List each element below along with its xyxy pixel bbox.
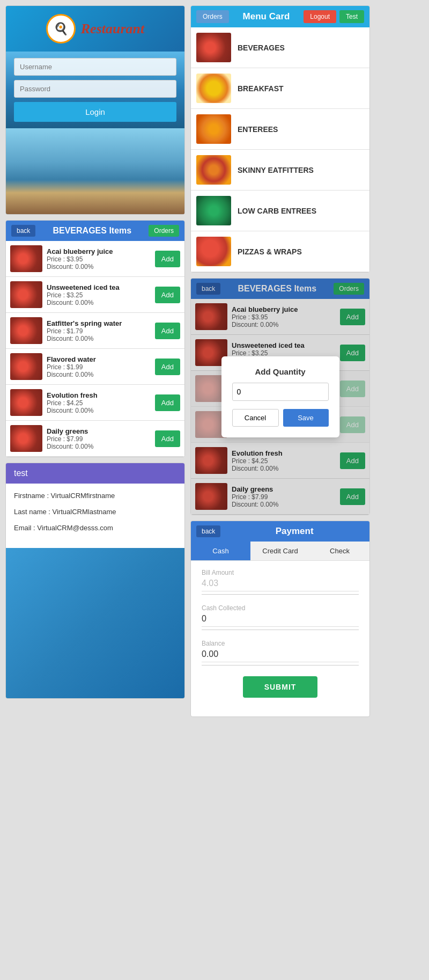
- item-info-1: Acai blueberry juice Price : $3.95 Disco…: [47, 247, 151, 270]
- login-panel: 🍳 Restaurant Login: [5, 5, 185, 215]
- test-header: test: [6, 463, 184, 484]
- item-discount-5: Discount: 0.00%: [47, 407, 151, 414]
- beverages-item-5: Evolution fresh Price : $4.25 Discount: …: [6, 385, 184, 421]
- item-discount-3: Discount: 0.00%: [47, 335, 151, 342]
- balance-label: Balance: [202, 640, 359, 647]
- category-pizza[interactable]: PIZZAS & WRAPS: [191, 231, 369, 272]
- chef-icon: 🍳: [54, 22, 68, 36]
- tab-check[interactable]: Check: [310, 542, 369, 560]
- item-price-3: Price : $1.79: [47, 327, 151, 335]
- payment-panel: back Payment Cash Credit Card Check Bill…: [190, 521, 370, 717]
- item-price-4: Price : $1.99: [47, 363, 151, 371]
- category-name-lowcarb: LOW CARB ENTREES: [238, 207, 316, 215]
- modal-buttons: Cancel Save: [232, 409, 329, 427]
- test-body: Firstname : VirtualCRMfirstname Last nam…: [6, 484, 184, 548]
- modal-save-button[interactable]: Save: [283, 409, 329, 427]
- firstname-field: Firstname : VirtualCRMfirstname: [14, 492, 176, 500]
- item-thumbnail-6: [10, 425, 42, 452]
- item-thumbnail-2: [10, 281, 42, 308]
- item-info-3: Eatfitter's spring water Price : $1.79 D…: [47, 319, 151, 342]
- cash-collected-field: Cash Collected 0: [202, 604, 359, 630]
- payment-body: Bill Amount 4.03 Cash Collected 0 Balanc…: [191, 561, 369, 716]
- item-thumbnail-3: [10, 317, 42, 344]
- beverages-item-6: Daily greens Price : $7.99 Discount: 0.0…: [6, 421, 184, 457]
- beverages-list-panel: back BEVERAGES Items Orders Acai blueber…: [5, 220, 185, 457]
- restaurant-logo: 🍳: [46, 14, 76, 43]
- modal-title: Add Quantity: [232, 367, 329, 376]
- add-button-5[interactable]: Add: [155, 394, 180, 411]
- modal-cancel-button[interactable]: Cancel: [232, 409, 279, 427]
- item-thumbnail-4: [10, 353, 42, 380]
- beverages-item-2: Unsweetened iced tea Price : $3.25 Disco…: [6, 277, 184, 313]
- username-input[interactable]: [14, 58, 176, 76]
- add-button-1[interactable]: Add: [155, 251, 180, 267]
- cash-collected-label: Cash Collected: [202, 604, 359, 612]
- test-panel: test Firstname : VirtualCRMfirstname Las…: [5, 463, 185, 699]
- modal-overlay: Add Quantity Cancel Save: [191, 279, 369, 515]
- item-name-5: Evolution fresh: [47, 391, 151, 399]
- add-button-6[interactable]: Add: [155, 430, 180, 447]
- item-info-2: Unsweetened iced tea Price : $3.25 Disco…: [47, 283, 151, 306]
- tab-cash[interactable]: Cash: [191, 542, 250, 560]
- payment-tabs: Cash Credit Card Check: [191, 542, 369, 561]
- item-name-3: Eatfitter's spring water: [47, 319, 151, 327]
- cash-collected-value: 0: [202, 614, 359, 627]
- item-discount-6: Discount: 0.00%: [47, 443, 151, 450]
- item-name-1: Acai blueberry juice: [47, 247, 151, 255]
- menu-card-header: Orders Menu Card Logout Test: [191, 6, 369, 27]
- category-thumb-entrees: [196, 114, 231, 144]
- category-name-skinny: SKINNY EATFITTERS: [238, 166, 314, 174]
- item-thumbnail-5: [10, 389, 42, 416]
- password-input[interactable]: [14, 80, 176, 98]
- balance-field: Balance 0.00: [202, 640, 359, 665]
- category-breakfast[interactable]: BREAKFAST: [191, 68, 369, 109]
- category-thumb-beverages: [196, 33, 231, 62]
- item-price-5: Price : $4.25: [47, 399, 151, 407]
- beverages-list-title: BEVERAGES Items: [35, 226, 149, 236]
- login-body: Login: [6, 52, 184, 128]
- payment-title: Payment: [225, 526, 364, 537]
- test-button[interactable]: Test: [339, 10, 364, 23]
- add-button-4[interactable]: Add: [155, 359, 180, 375]
- item-info-4: Flavored water Price : $1.99 Discount: 0…: [47, 355, 151, 378]
- menu-orders-button[interactable]: Orders: [196, 10, 229, 23]
- email-field: Email : VirtualCRM@desss.com: [14, 524, 176, 532]
- add-button-2[interactable]: Add: [155, 287, 180, 303]
- bill-amount-field: Bill Amount 4.03: [202, 569, 359, 595]
- item-price-6: Price : $7.99: [47, 435, 151, 443]
- login-header: 🍳 Restaurant: [6, 6, 184, 52]
- beverages-right-panel: back BEVERAGES Items Orders Acai blueber…: [190, 278, 370, 515]
- background-image: [6, 128, 184, 214]
- dock-visual: [6, 128, 184, 214]
- blue-box: [6, 548, 184, 698]
- beverages-item-3: Eatfitter's spring water Price : $1.79 D…: [6, 313, 184, 349]
- bill-amount-label: Bill Amount: [202, 569, 359, 576]
- category-lowcarb[interactable]: LOW CARB ENTREES: [191, 191, 369, 231]
- beverages-orders-button[interactable]: Orders: [149, 225, 179, 237]
- beverages-list-header: back BEVERAGES Items Orders: [6, 221, 184, 241]
- item-name-2: Unsweetened iced tea: [47, 283, 151, 291]
- quantity-input[interactable]: [232, 383, 329, 401]
- category-entrees[interactable]: ENTEREES: [191, 109, 369, 150]
- category-thumb-pizza: [196, 237, 231, 266]
- category-thumb-skinny: [196, 155, 231, 185]
- category-skinny[interactable]: SKINNY EATFITTERS: [191, 150, 369, 191]
- logout-button[interactable]: Logout: [304, 10, 336, 23]
- category-beverages[interactable]: BEVERAGES: [191, 27, 369, 68]
- login-button[interactable]: Login: [14, 102, 176, 122]
- category-name-entrees: ENTEREES: [238, 125, 278, 134]
- item-name-6: Daily greens: [47, 427, 151, 435]
- beverages-back-button[interactable]: back: [11, 225, 35, 237]
- category-thumb-lowcarb: [196, 196, 231, 225]
- item-info-6: Daily greens Price : $7.99 Discount: 0.0…: [47, 427, 151, 450]
- category-name-pizza: PIZZAS & WRAPS: [238, 247, 302, 256]
- logo-area: 🍳 Restaurant: [14, 14, 176, 43]
- beverages-item-4: Flavored water Price : $1.99 Discount: 0…: [6, 349, 184, 385]
- payment-back-button[interactable]: back: [196, 525, 220, 537]
- item-thumbnail-1: [10, 245, 42, 272]
- add-button-3[interactable]: Add: [155, 323, 180, 339]
- tab-credit-card[interactable]: Credit Card: [250, 542, 310, 560]
- item-discount-4: Discount: 0.00%: [47, 371, 151, 378]
- submit-button[interactable]: SUBMIT: [243, 676, 318, 698]
- item-price-1: Price : $3.95: [47, 255, 151, 263]
